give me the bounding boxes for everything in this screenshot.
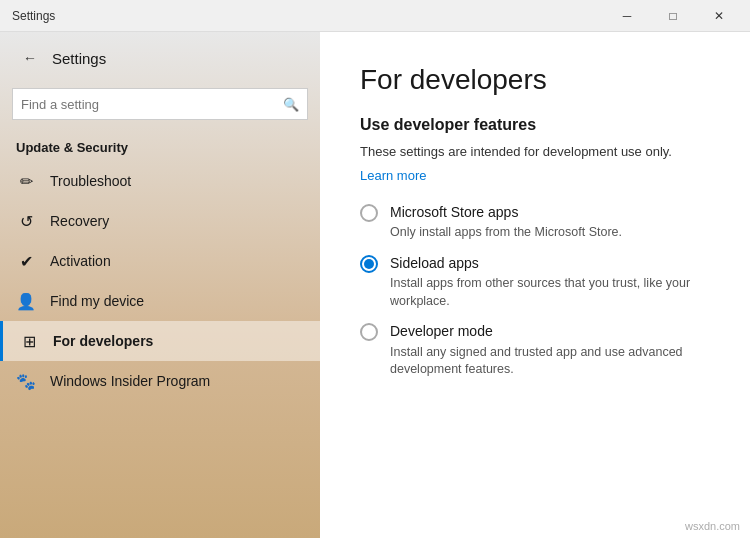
radio-option-sideload[interactable]: Sideload apps Install apps from other so… [360,254,710,311]
radio-text-sideload: Sideload apps Install apps from other so… [390,254,710,311]
sidebar-item-recovery[interactable]: ↺ Recovery [0,201,320,241]
radio-group: Microsoft Store apps Only install apps f… [360,203,710,379]
troubleshoot-icon: ✏ [16,171,36,191]
radio-option-dev-mode[interactable]: Developer mode Install any signed and tr… [360,322,710,379]
maximize-button[interactable]: □ [650,0,696,32]
search-icon: 🔍 [283,97,299,112]
sidebar: ← Settings 🔍 Update & Security ✏ Trouble… [0,32,320,538]
back-icon: ← [23,50,37,66]
back-button[interactable]: ← [16,44,44,72]
radio-label-ms-store: Microsoft Store apps [390,203,622,223]
for-developers-label: For developers [53,333,153,349]
search-input[interactable] [21,97,283,112]
activation-label: Activation [50,253,111,269]
radio-text-ms-store: Microsoft Store apps Only install apps f… [390,203,622,242]
recovery-icon: ↺ [16,211,36,231]
for-developers-icon: ⊞ [19,331,39,351]
section-title: Use developer features [360,116,710,134]
troubleshoot-label: Troubleshoot [50,173,131,189]
radio-desc-ms-store: Only install apps from the Microsoft Sto… [390,224,622,242]
sidebar-item-activation[interactable]: ✔ Activation [0,241,320,281]
radio-option-ms-store[interactable]: Microsoft Store apps Only install apps f… [360,203,710,242]
find-my-device-icon: 👤 [16,291,36,311]
sidebar-item-find-my-device[interactable]: 👤 Find my device [0,281,320,321]
description-text: These settings are intended for developm… [360,142,710,162]
sidebar-item-windows-insider[interactable]: 🐾 Windows Insider Program [0,361,320,401]
close-button[interactable]: ✕ [696,0,742,32]
sidebar-item-for-developers[interactable]: ⊞ For developers [0,321,320,361]
sidebar-item-troubleshoot[interactable]: ✏ Troubleshoot [0,161,320,201]
sidebar-app-title: Settings [52,50,106,67]
windows-insider-label: Windows Insider Program [50,373,210,389]
nav-list: ✏ Troubleshoot ↺ Recovery ✔ Activation 👤… [0,161,320,401]
page-title: For developers [360,64,710,96]
minimize-button[interactable]: ─ [604,0,650,32]
learn-more-link[interactable]: Learn more [360,168,426,183]
windows-insider-icon: 🐾 [16,371,36,391]
title-bar-controls: ─ □ ✕ [604,0,742,32]
title-bar: Settings ─ □ ✕ [0,0,750,32]
radio-circle-sideload[interactable] [360,255,378,273]
recovery-label: Recovery [50,213,109,229]
activation-icon: ✔ [16,251,36,271]
radio-label-dev-mode: Developer mode [390,322,710,342]
radio-circle-dev-mode[interactable] [360,323,378,341]
app-body: ← Settings 🔍 Update & Security ✏ Trouble… [0,32,750,538]
radio-circle-ms-store[interactable] [360,204,378,222]
title-bar-title: Settings [12,9,55,23]
radio-label-sideload: Sideload apps [390,254,710,274]
radio-text-dev-mode: Developer mode Install any signed and tr… [390,322,710,379]
section-label: Update & Security [0,132,320,161]
sidebar-header: ← Settings [0,32,320,84]
find-my-device-label: Find my device [50,293,144,309]
watermark: wsxdn.com [685,520,740,532]
title-bar-left: Settings [12,9,55,23]
radio-desc-sideload: Install apps from other sources that you… [390,275,710,310]
search-box[interactable]: 🔍 [12,88,308,120]
radio-desc-dev-mode: Install any signed and trusted app and u… [390,344,710,379]
content-area: For developers Use developer features Th… [320,32,750,538]
